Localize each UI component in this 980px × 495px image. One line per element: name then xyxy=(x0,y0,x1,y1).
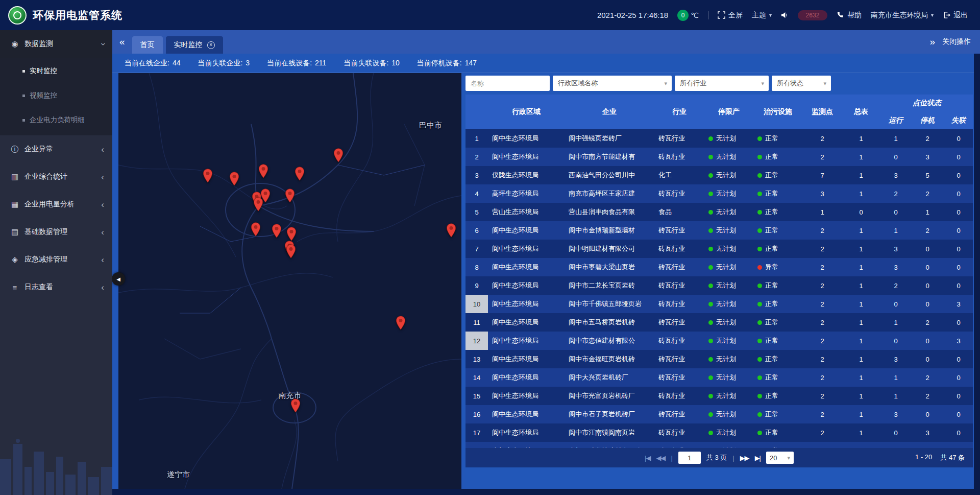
org-menu[interactable]: 南充市生态环境局 ▾ xyxy=(871,11,934,20)
map-pin[interactable] xyxy=(203,168,213,184)
map-pin[interactable] xyxy=(258,164,268,180)
announcement-button[interactable] xyxy=(781,11,789,19)
pin-icon xyxy=(286,227,297,241)
status-text: 无计划 xyxy=(716,300,736,308)
map-pin[interactable] xyxy=(295,167,305,183)
tab-item[interactable]: 首页 xyxy=(132,36,163,54)
sidebar-group[interactable]: ◉ 数据监测 ‹ xyxy=(0,30,112,58)
cell-limit: 无计划 xyxy=(704,423,753,442)
table-row[interactable]: 10阆中生态环境局阆中市千佛镇五郎垭页岩砖瓦行业无计划正常21003 xyxy=(465,295,973,313)
map-panel[interactable]: ◀ xyxy=(118,73,461,489)
close-operations-button[interactable]: 关闭操作 xyxy=(942,37,971,46)
sidebar-group[interactable]: ▤ 基础数据管理 ‹ xyxy=(0,218,112,246)
table-row[interactable]: 16阆中生态环境局阆中市石子页岩机砖厂砖瓦行业无计划正常21300 xyxy=(465,405,973,423)
table-row[interactable]: 12阆中生态环境局阆中市忠信建材有限公砖瓦行业无计划正常21003 xyxy=(465,332,973,350)
prev-page-icon[interactable]: ◀◀ xyxy=(656,454,665,462)
map-pin[interactable] xyxy=(286,244,296,261)
cell-region: 阆中生态环境局 xyxy=(488,350,565,368)
pin-icon xyxy=(251,222,261,236)
brand: 环保用电监管系统 xyxy=(8,6,122,25)
cell-facility: 正常 xyxy=(753,423,802,442)
cell-lost: 0 xyxy=(943,313,973,332)
status-dot-icon xyxy=(757,320,762,325)
cell-company: 阆中市江南镇阆南页岩 xyxy=(565,423,654,442)
sidebar-group[interactable]: ⓘ 企业异常 ‹ xyxy=(0,135,112,163)
cell-meters: 1 xyxy=(842,184,880,203)
map-pin[interactable] xyxy=(446,223,456,240)
status-text: 无计划 xyxy=(716,153,736,160)
first-page-icon[interactable]: |◀ xyxy=(645,454,650,462)
last-page-icon[interactable]: ▶| xyxy=(755,454,761,462)
sidebar-subitem[interactable]: 实时监控 xyxy=(0,59,112,83)
map-pin[interactable] xyxy=(290,398,301,415)
row-index: 13 xyxy=(465,350,488,368)
row-index: 12 xyxy=(465,332,488,350)
name-filter-input[interactable] xyxy=(465,76,550,91)
table-row[interactable]: 13阆中生态环境局阆中市金福旺页岩机砖砖瓦行业无计划正常21300 xyxy=(465,350,973,368)
status-text: 正常 xyxy=(765,300,778,308)
sidebar-group[interactable]: ◈ 应急减排管理 ‹ xyxy=(0,246,112,273)
table-row[interactable]: 2阆中生态环境局阆中市南方节能建材有砖瓦行业无计划正常21030 xyxy=(465,148,973,166)
tabs-scroll-right-icon[interactable]: » xyxy=(929,36,935,48)
table-row[interactable]: 5营山生态环境局营山县润丰肉食品有限食品无计划正常10010 xyxy=(465,203,973,221)
map-pin[interactable] xyxy=(396,316,406,332)
region-select[interactable]: 行政区域名称 ▾ xyxy=(553,76,672,91)
logout-button[interactable]: 退出 xyxy=(943,11,968,20)
cell-company: 阆中市南方节能建材有 xyxy=(565,148,654,166)
tab-item[interactable]: 实时监控× xyxy=(166,36,223,54)
map-pin[interactable] xyxy=(272,224,282,240)
sidebar-subitem-label: 企业电力负荷明细 xyxy=(30,115,85,125)
alarm-count-badge[interactable]: 2632 xyxy=(798,10,827,20)
fullscreen-button[interactable]: 全屏 xyxy=(718,11,743,20)
map-pin[interactable] xyxy=(253,197,263,214)
table-row[interactable]: 4高坪生态环境局南充市高坪区王家店建砖瓦行业无计划正常31220 xyxy=(465,184,973,203)
status: 正常 xyxy=(757,318,778,326)
map-pin[interactable] xyxy=(333,148,344,164)
map-pin[interactable] xyxy=(251,222,261,238)
col-company: 企业 xyxy=(565,95,654,129)
cell-lost: 0 xyxy=(943,350,973,368)
sidebar-group[interactable]: ▥ 企业综合统计 ‹ xyxy=(0,163,112,191)
sidebar-group[interactable]: ≡ 日志查看 ‹ xyxy=(0,273,112,301)
cell-points: 2 xyxy=(802,276,842,295)
sidebar-subitem[interactable]: 视频监控 xyxy=(0,83,112,108)
table-row[interactable]: 9阆中生态环境局阆中市二龙长宝页岩砖砖瓦行业无计划正常21200 xyxy=(465,276,973,295)
cell-region: 阆中生态环境局 xyxy=(488,148,565,166)
industry-select[interactable]: 所有行业 ▾ xyxy=(675,76,769,91)
cell-lost: 0 xyxy=(943,221,973,240)
status: 无计划 xyxy=(708,245,736,252)
cell-company: 西南油气田分公司川中 xyxy=(565,166,654,184)
next-page-icon[interactable]: ▶▶ xyxy=(740,454,749,462)
table-row[interactable]: 11阆中生态环境局阆中市五马桥页岩机砖砖瓦行业无计划正常21120 xyxy=(465,313,973,332)
table-row[interactable]: 6阆中生态环境局阆中市金博瑞新型墙材砖瓦行业无计划正常21120 xyxy=(465,221,973,240)
status-select[interactable]: 所有状态 ▾ xyxy=(772,76,831,91)
table-row[interactable]: 17阆中生态环境局阆中市江南镇阆南页岩砖瓦行业无计划正常21030 xyxy=(465,423,973,442)
col-stop: 停机 xyxy=(912,112,943,129)
sidebar-subitem[interactable]: 企业电力负荷明细 xyxy=(0,108,112,132)
table-row[interactable]: 8阆中生态环境局阆中市枣碧大梁山页岩砖瓦行业无计划异常21300 xyxy=(465,258,973,276)
table-row[interactable]: 15阆中生态环境局阆中市光富页岩机砖厂砖瓦行业无计划正常21120 xyxy=(465,387,973,405)
cell-run: 1 xyxy=(880,221,912,240)
row-index: 5 xyxy=(465,203,488,221)
map-pin[interactable] xyxy=(229,172,239,188)
table-row[interactable]: 18南部生态环境局南部县瑞华达建材有限公砖瓦行业无计划正常21030 xyxy=(465,442,973,448)
theme-menu[interactable]: 主题 ▾ xyxy=(752,11,772,20)
table-row[interactable]: 1阆中生态环境局阆中强锐页岩砖厂砖瓦行业无计划正常21120 xyxy=(465,129,973,148)
page-number-input[interactable] xyxy=(678,452,701,464)
cell-region: 阆中生态环境局 xyxy=(488,221,565,240)
page-size-value: 20 xyxy=(770,454,777,462)
table-row[interactable]: 14阆中生态环境局阆中大兴页岩机砖厂砖瓦行业无计划正常21120 xyxy=(465,368,973,387)
help-button[interactable]: 帮助 xyxy=(837,11,862,20)
table-row[interactable]: 7阆中生态环境局阆中明阳建材有限公司砖瓦行业无计划正常21300 xyxy=(465,240,973,258)
tabs-scroll-left-icon[interactable]: « xyxy=(119,36,125,48)
map-pin[interactable] xyxy=(285,188,295,205)
sidebar-group[interactable]: ▦ 企业用电量分析 ‹ xyxy=(0,191,112,218)
table-row[interactable]: 3仪陇生态环境局西南油气田分公司川中化工无计划正常71350 xyxy=(465,166,973,184)
tab-close-icon[interactable]: × xyxy=(207,41,215,49)
cell-meters: 1 xyxy=(842,240,880,258)
cell-points: 2 xyxy=(802,350,842,368)
cell-lost: 3 xyxy=(943,332,973,350)
page-size-select[interactable]: 20 ▾ xyxy=(766,452,794,464)
cell-points: 2 xyxy=(802,240,842,258)
collapse-map-handle[interactable]: ◀ xyxy=(112,272,125,286)
